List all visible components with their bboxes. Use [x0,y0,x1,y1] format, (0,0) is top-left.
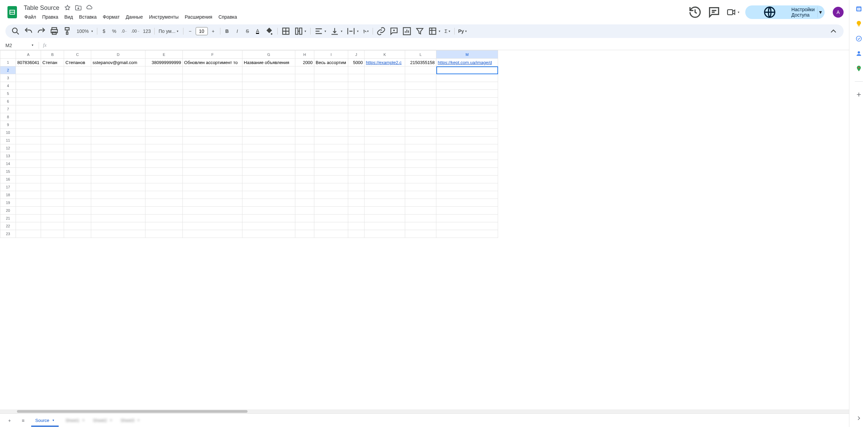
cell[interactable] [183,129,242,137]
cell[interactable] [242,82,295,90]
contacts-icon[interactable] [855,50,862,57]
cell[interactable] [64,74,91,82]
col-header-E[interactable]: E [145,50,183,59]
more-formats-icon[interactable]: 123 [141,26,152,36]
cell[interactable] [405,191,436,199]
cell[interactable] [364,74,405,82]
cell[interactable] [183,230,242,238]
cell[interactable] [64,222,91,230]
cell[interactable] [64,66,91,74]
cell[interactable] [405,222,436,230]
cell[interactable] [348,144,364,152]
cell[interactable] [314,183,348,191]
collapse-toolbar-icon[interactable] [827,26,840,36]
cell[interactable] [348,129,364,137]
cell[interactable] [364,176,405,183]
sheet-tab[interactable]: Sheet3▼ [116,414,144,427]
cell[interactable] [145,98,183,105]
cell[interactable] [295,144,314,152]
cell[interactable] [436,168,498,176]
meet-icon[interactable]: ▼ [726,5,740,19]
cell[interactable] [16,105,41,113]
cell[interactable] [364,207,405,215]
cell[interactable] [91,176,145,183]
cell[interactable]: 2000 [295,59,314,66]
cell[interactable] [145,137,183,144]
cell[interactable] [295,98,314,105]
cell[interactable] [91,215,145,222]
cell[interactable] [364,98,405,105]
cell[interactable] [183,144,242,152]
menu-вставка[interactable]: Вставка [76,13,99,21]
doc-title[interactable]: Table Source [22,4,61,12]
cell[interactable] [91,222,145,230]
cell[interactable] [436,144,498,152]
row-header[interactable]: 9 [0,121,16,129]
cell[interactable] [436,207,498,215]
row-header[interactable]: 10 [0,129,16,137]
cell[interactable] [41,199,64,207]
cell[interactable] [145,129,183,137]
cell[interactable] [436,129,498,137]
cell[interactable] [348,230,364,238]
cell[interactable] [145,207,183,215]
cell[interactable] [242,183,295,191]
cell[interactable] [41,98,64,105]
cell[interactable] [314,152,348,160]
col-header-H[interactable]: H [295,50,314,59]
cell[interactable] [64,191,91,199]
cell[interactable] [145,66,183,74]
cell[interactable]: Степанов [64,59,91,66]
cell[interactable] [314,98,348,105]
cell[interactable] [295,222,314,230]
fontsize-input[interactable] [196,27,208,35]
font-family-select[interactable]: По ум...▼ [157,26,181,36]
cell[interactable] [295,105,314,113]
cell[interactable] [314,137,348,144]
cell[interactable] [405,199,436,207]
cell[interactable] [436,191,498,199]
cell[interactable] [364,82,405,90]
cell[interactable] [405,215,436,222]
cell[interactable] [183,98,242,105]
cell[interactable] [314,160,348,168]
tasks-icon[interactable] [855,35,862,42]
col-header-M[interactable]: M [436,50,498,59]
cell[interactable] [16,215,41,222]
paint-format-icon[interactable] [61,26,73,36]
cell[interactable] [295,113,314,121]
cell[interactable] [295,129,314,137]
cell[interactable] [242,144,295,152]
cell[interactable] [91,144,145,152]
cell[interactable] [436,82,498,90]
cell[interactable] [405,176,436,183]
cell[interactable] [183,215,242,222]
cell[interactable] [314,222,348,230]
cell[interactable] [16,98,41,105]
cell[interactable] [242,137,295,144]
cell[interactable] [436,105,498,113]
valign-icon[interactable]: ▼ [329,26,344,36]
cell[interactable] [364,199,405,207]
cell[interactable] [295,207,314,215]
cell[interactable]: 2150355158 [405,59,436,66]
cell[interactable] [295,176,314,183]
row-header[interactable]: 23 [0,230,16,238]
cell[interactable] [242,66,295,74]
redo-icon[interactable] [35,26,47,36]
col-header-C[interactable]: C [64,50,91,59]
cell[interactable] [183,207,242,215]
cell[interactable] [41,90,64,98]
cell[interactable] [436,121,498,129]
cell[interactable] [405,144,436,152]
cell[interactable] [145,199,183,207]
cell[interactable] [41,160,64,168]
cell[interactable] [64,144,91,152]
cell[interactable] [314,215,348,222]
comments-icon[interactable] [707,5,721,19]
cell[interactable] [314,144,348,152]
cell[interactable] [183,74,242,82]
cell[interactable] [183,105,242,113]
cell[interactable] [41,105,64,113]
cell[interactable] [145,215,183,222]
